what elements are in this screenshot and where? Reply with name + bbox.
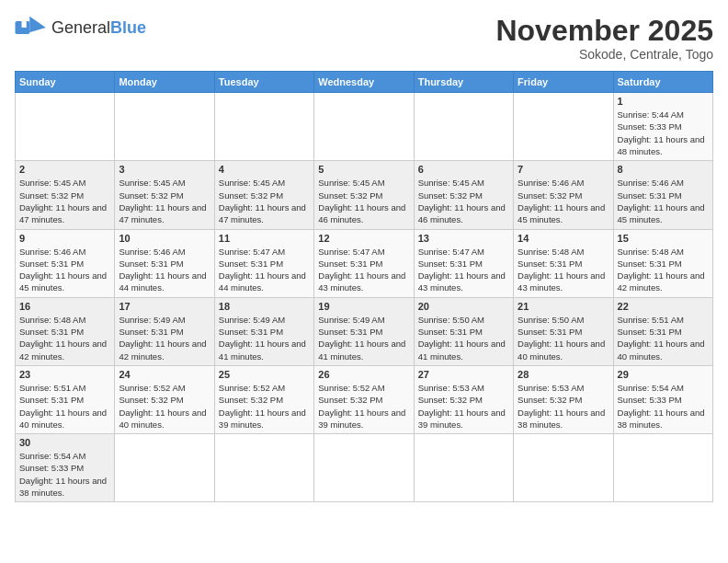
- day-info: Sunrise: 5:50 AMSunset: 5:31 PMDaylight:…: [418, 314, 509, 362]
- day-info: Sunrise: 5:53 AMSunset: 5:32 PMDaylight:…: [518, 382, 609, 431]
- calendar-cell: 1Sunrise: 5:44 AMSunset: 5:33 PMDaylight…: [613, 93, 712, 161]
- calendar: SundayMondayTuesdayWednesdayThursdayFrid…: [15, 71, 713, 502]
- logo-icon: [15, 15, 48, 40]
- day-number: 11: [219, 233, 310, 244]
- day-number: 9: [19, 233, 110, 244]
- day-number: 28: [518, 369, 609, 380]
- day-number: 30: [19, 437, 110, 448]
- calendar-cell: 12Sunrise: 5:47 AMSunset: 5:31 PMDayligh…: [314, 229, 414, 297]
- day-number: 10: [119, 233, 210, 244]
- day-number: 13: [418, 233, 509, 244]
- calendar-cell: 17Sunrise: 5:49 AMSunset: 5:31 PMDayligh…: [115, 297, 214, 365]
- day-number: 14: [518, 233, 609, 244]
- calendar-cell: 24Sunrise: 5:52 AMSunset: 5:32 PMDayligh…: [115, 365, 214, 433]
- svg-rect-2: [22, 21, 27, 28]
- calendar-week-2: 2Sunrise: 5:45 AMSunset: 5:32 PMDaylight…: [16, 161, 713, 229]
- calendar-cell: 18Sunrise: 5:49 AMSunset: 5:31 PMDayligh…: [214, 297, 313, 365]
- day-info: Sunrise: 5:45 AMSunset: 5:32 PMDaylight:…: [418, 177, 509, 225]
- calendar-week-1: 1Sunrise: 5:44 AMSunset: 5:33 PMDaylight…: [16, 93, 713, 161]
- day-number: 17: [119, 301, 210, 312]
- calendar-header-row: SundayMondayTuesdayWednesdayThursdayFrid…: [16, 72, 713, 93]
- day-number: 25: [219, 369, 310, 380]
- day-header-sunday: Sunday: [16, 72, 115, 93]
- calendar-cell: [514, 434, 613, 502]
- calendar-cell: 20Sunrise: 5:50 AMSunset: 5:31 PMDayligh…: [414, 297, 513, 365]
- calendar-cell: 2Sunrise: 5:45 AMSunset: 5:32 PMDaylight…: [16, 161, 115, 229]
- day-info: Sunrise: 5:48 AMSunset: 5:31 PMDaylight:…: [518, 246, 609, 294]
- day-number: 16: [19, 301, 110, 312]
- calendar-cell: 26Sunrise: 5:52 AMSunset: 5:32 PMDayligh…: [314, 365, 414, 433]
- calendar-cell: 9Sunrise: 5:46 AMSunset: 5:31 PMDaylight…: [16, 229, 115, 297]
- day-info: Sunrise: 5:53 AMSunset: 5:32 PMDaylight:…: [418, 382, 509, 431]
- calendar-cell: 21Sunrise: 5:50 AMSunset: 5:31 PMDayligh…: [514, 297, 613, 365]
- day-info: Sunrise: 5:47 AMSunset: 5:31 PMDaylight:…: [418, 246, 509, 294]
- day-info: Sunrise: 5:50 AMSunset: 5:31 PMDaylight:…: [518, 314, 609, 362]
- title-block: November 2025 Sokode, Centrale, Togo: [495, 15, 713, 62]
- day-number: 2: [19, 164, 110, 175]
- day-number: 3: [119, 164, 210, 175]
- calendar-cell: 3Sunrise: 5:45 AMSunset: 5:32 PMDaylight…: [115, 161, 214, 229]
- day-info: Sunrise: 5:51 AMSunset: 5:31 PMDaylight:…: [618, 314, 709, 362]
- calendar-cell: [314, 93, 414, 161]
- calendar-cell: [214, 93, 313, 161]
- day-header-saturday: Saturday: [613, 72, 712, 93]
- day-number: 18: [219, 301, 310, 312]
- calendar-week-4: 16Sunrise: 5:48 AMSunset: 5:31 PMDayligh…: [16, 297, 713, 365]
- calendar-cell: 11Sunrise: 5:47 AMSunset: 5:31 PMDayligh…: [214, 229, 313, 297]
- calendar-cell: [115, 434, 214, 502]
- calendar-week-6: 30Sunrise: 5:54 AMSunset: 5:33 PMDayligh…: [16, 434, 713, 502]
- month-title: November 2025: [495, 15, 713, 47]
- calendar-cell: 29Sunrise: 5:54 AMSunset: 5:33 PMDayligh…: [613, 365, 712, 433]
- day-header-thursday: Thursday: [414, 72, 513, 93]
- day-info: Sunrise: 5:46 AMSunset: 5:31 PMDaylight:…: [618, 177, 709, 225]
- day-info: Sunrise: 5:49 AMSunset: 5:31 PMDaylight:…: [318, 314, 409, 362]
- calendar-cell: [115, 93, 214, 161]
- day-number: 12: [318, 233, 409, 244]
- calendar-cell: [514, 93, 613, 161]
- day-number: 24: [119, 369, 210, 380]
- day-info: Sunrise: 5:52 AMSunset: 5:32 PMDaylight:…: [219, 382, 310, 431]
- day-number: 15: [618, 233, 709, 244]
- page: GeneralBlue November 2025 Sokode, Centra…: [0, 0, 728, 511]
- day-number: 19: [318, 301, 409, 312]
- day-info: Sunrise: 5:45 AMSunset: 5:32 PMDaylight:…: [19, 177, 110, 225]
- day-header-monday: Monday: [115, 72, 214, 93]
- calendar-cell: 16Sunrise: 5:48 AMSunset: 5:31 PMDayligh…: [16, 297, 115, 365]
- day-info: Sunrise: 5:44 AMSunset: 5:33 PMDaylight:…: [618, 109, 709, 157]
- calendar-cell: 30Sunrise: 5:54 AMSunset: 5:33 PMDayligh…: [16, 434, 115, 502]
- day-info: Sunrise: 5:48 AMSunset: 5:31 PMDaylight:…: [618, 246, 709, 294]
- day-info: Sunrise: 5:54 AMSunset: 5:33 PMDaylight:…: [618, 382, 709, 431]
- day-info: Sunrise: 5:47 AMSunset: 5:31 PMDaylight:…: [318, 246, 409, 294]
- calendar-cell: 10Sunrise: 5:46 AMSunset: 5:31 PMDayligh…: [115, 229, 214, 297]
- day-info: Sunrise: 5:45 AMSunset: 5:32 PMDaylight:…: [219, 177, 310, 225]
- day-number: 26: [318, 369, 409, 380]
- day-info: Sunrise: 5:47 AMSunset: 5:31 PMDaylight:…: [219, 246, 310, 294]
- day-info: Sunrise: 5:48 AMSunset: 5:31 PMDaylight:…: [19, 314, 110, 362]
- day-number: 8: [618, 164, 709, 175]
- day-info: Sunrise: 5:51 AMSunset: 5:31 PMDaylight:…: [19, 382, 110, 431]
- day-number: 20: [418, 301, 509, 312]
- calendar-week-5: 23Sunrise: 5:51 AMSunset: 5:31 PMDayligh…: [16, 365, 713, 433]
- day-number: 21: [518, 301, 609, 312]
- day-info: Sunrise: 5:54 AMSunset: 5:33 PMDaylight:…: [19, 450, 110, 499]
- day-info: Sunrise: 5:45 AMSunset: 5:32 PMDaylight:…: [318, 177, 409, 225]
- day-header-friday: Friday: [514, 72, 613, 93]
- logo-text: GeneralBlue: [51, 19, 146, 36]
- calendar-cell: 5Sunrise: 5:45 AMSunset: 5:32 PMDaylight…: [314, 161, 414, 229]
- day-info: Sunrise: 5:45 AMSunset: 5:32 PMDaylight:…: [119, 177, 210, 225]
- calendar-cell: [414, 93, 513, 161]
- day-info: Sunrise: 5:46 AMSunset: 5:32 PMDaylight:…: [518, 177, 609, 225]
- calendar-cell: 22Sunrise: 5:51 AMSunset: 5:31 PMDayligh…: [613, 297, 712, 365]
- calendar-cell: [613, 434, 712, 502]
- calendar-cell: 13Sunrise: 5:47 AMSunset: 5:31 PMDayligh…: [414, 229, 513, 297]
- day-header-wednesday: Wednesday: [314, 72, 414, 93]
- day-info: Sunrise: 5:49 AMSunset: 5:31 PMDaylight:…: [119, 314, 210, 362]
- calendar-cell: 6Sunrise: 5:45 AMSunset: 5:32 PMDaylight…: [414, 161, 513, 229]
- calendar-cell: [16, 93, 115, 161]
- calendar-cell: 4Sunrise: 5:45 AMSunset: 5:32 PMDaylight…: [214, 161, 313, 229]
- day-info: Sunrise: 5:52 AMSunset: 5:32 PMDaylight:…: [318, 382, 409, 431]
- calendar-cell: [314, 434, 414, 502]
- day-info: Sunrise: 5:46 AMSunset: 5:31 PMDaylight:…: [119, 246, 210, 294]
- logo: GeneralBlue: [15, 15, 146, 40]
- calendar-cell: [414, 434, 513, 502]
